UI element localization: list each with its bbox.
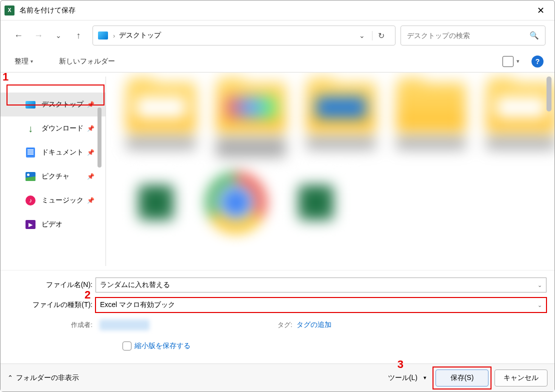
new-folder-label: 新しいフォルダー (59, 57, 115, 66)
picture-icon (26, 172, 36, 181)
pin-icon[interactable]: 📌 (87, 125, 94, 132)
filetype-row: ファイルの種類(T): Excel マクロ有効ブック ⌄ (8, 298, 546, 312)
tools-button[interactable]: ツール(L) ▾ (385, 372, 430, 384)
pin-icon[interactable]: 📌 (87, 101, 94, 108)
pin-icon[interactable]: 📌 (87, 197, 94, 204)
metadata-row: 作成者: タグ: タグの追加 (8, 318, 546, 330)
author-value-redacted (100, 320, 150, 330)
blurred-content (106, 72, 554, 270)
save-button-label: 保存(S) (450, 374, 474, 382)
sidebar-item-label: デスクトップ (42, 100, 87, 109)
filename-label: ファイル名(N): (8, 280, 96, 290)
author-label: 作成者: (71, 321, 92, 328)
save-thumbnail-label[interactable]: 縮小版を保存する (134, 342, 190, 350)
nav-up-button[interactable]: ↑ (70, 26, 88, 44)
search-box[interactable]: 🔍 (400, 26, 546, 46)
hide-folders-label: フォルダーの非表示 (16, 374, 79, 382)
address-dropdown-icon[interactable]: ⌄ (355, 32, 369, 40)
tools-label: ツール(L) (388, 374, 418, 382)
filename-field[interactable]: ランダムに入れ替える ⌄ (96, 278, 546, 292)
nav-back-button[interactable]: ← (10, 26, 28, 44)
chevron-down-icon[interactable]: ▾ (516, 58, 520, 64)
save-thumbnail-checkbox[interactable] (122, 342, 132, 350)
form-area: ファイル名(N): ランダムに入れ替える ⌄ 2 ファイルの種類(T): Exc… (0, 270, 554, 364)
organize-label: 整理 (14, 57, 28, 66)
download-icon: ↓ (28, 123, 33, 134)
music-icon: ♪ (26, 196, 36, 206)
nav-recent-button[interactable]: ⌄ (50, 26, 68, 44)
sidebar-item-videos[interactable]: ▶ ビデオ (0, 212, 106, 236)
save-as-dialog: X 名前を付けて保存 ✕ ← → ⌄ ↑ › デスクトップ ⌄ ↻ 🔍 整理 ▾… (0, 0, 555, 392)
desktop-icon (98, 32, 108, 40)
sidebar-item-downloads[interactable]: ↓ ダウンロード 📌 (0, 116, 106, 140)
nav-bar: ← → ⌄ ↑ › デスクトップ ⌄ ↻ 🔍 (0, 20, 554, 50)
refresh-button[interactable]: ↻ (372, 31, 390, 40)
sidebar-item-label: ピクチャ (42, 172, 87, 181)
toolbar: 整理 ▾ 新しいフォルダー ▾ ? (0, 50, 554, 72)
address-separator: › (113, 32, 115, 40)
search-icon[interactable]: 🔍 (530, 31, 539, 40)
dialog-title: 名前を付けて保存 (20, 6, 530, 15)
filename-value[interactable]: ランダムに入れ替える (100, 280, 170, 290)
save-button[interactable]: 保存(S) (436, 370, 488, 386)
view-mode-button[interactable] (502, 56, 514, 67)
filename-row: ファイル名(N): ランダムに入れ替える ⌄ (8, 278, 546, 292)
pin-icon[interactable]: 📌 (87, 149, 94, 156)
sidebar-item-label: ドキュメント (42, 148, 87, 157)
close-button[interactable]: ✕ (530, 2, 550, 20)
chevron-up-icon: ⌃ (8, 374, 13, 382)
nav-forward-button[interactable]: → (30, 26, 48, 44)
sidebar-item-label: ビデオ (42, 220, 94, 229)
body-area: 1 デスクトップ 📌 ↓ ダウンロード 📌 ドキュメント 📌 ピクチャ 📌 (0, 72, 554, 270)
sidebar-item-pictures[interactable]: ピクチャ 📌 (0, 164, 106, 188)
organize-button[interactable]: 整理 ▾ (12, 55, 36, 68)
chevron-down-icon[interactable]: ⌄ (538, 282, 542, 288)
chevron-down-icon: ▾ (424, 374, 426, 381)
file-list-pane[interactable] (106, 72, 554, 270)
chevron-down-icon: ▾ (30, 58, 33, 64)
help-button[interactable]: ? (532, 56, 544, 68)
address-bar[interactable]: › デスクトップ ⌄ ↻ (92, 26, 396, 46)
sidebar-item-label: ミュージック (42, 196, 87, 205)
new-folder-button[interactable]: 新しいフォルダー (56, 55, 118, 68)
sidebar-item-music[interactable]: ♪ ミュージック 📌 (0, 188, 106, 212)
sidebar: 1 デスクトップ 📌 ↓ ダウンロード 📌 ドキュメント 📌 ピクチャ 📌 (0, 72, 106, 270)
filetype-label: ファイルの種類(T): (8, 300, 96, 310)
excel-app-icon: X (4, 6, 14, 16)
sidebar-item-documents[interactable]: ドキュメント 📌 (0, 140, 106, 164)
content-scrollbar[interactable] (546, 76, 552, 112)
cancel-button[interactable]: キャンセル (494, 370, 548, 386)
filetype-value[interactable]: Excel マクロ有効ブック (100, 300, 175, 310)
titlebar: X 名前を付けて保存 ✕ (0, 0, 554, 20)
pin-icon[interactable]: 📌 (87, 173, 94, 180)
tags-label: タグ: (278, 320, 292, 330)
annotation-number-1: 1 (2, 72, 8, 84)
hide-folders-button[interactable]: ⌃ フォルダーの非表示 (8, 374, 79, 382)
sidebar-item-desktop[interactable]: デスクトップ 📌 (0, 92, 106, 116)
video-icon: ▶ (26, 220, 36, 229)
footer: ⌃ フォルダーの非表示 ツール(L) ▾ 3 保存(S) キャンセル (0, 364, 554, 392)
thumbnail-row: 縮小版を保存する (8, 336, 546, 358)
cancel-button-label: キャンセル (504, 374, 538, 382)
search-input[interactable] (407, 32, 530, 40)
desktop-icon (26, 101, 36, 108)
document-icon (26, 148, 35, 158)
add-tag-link[interactable]: タグの追加 (296, 320, 332, 330)
sidebar-scrollbar[interactable] (98, 108, 102, 168)
filetype-field[interactable]: Excel マクロ有効ブック ⌄ (96, 298, 546, 312)
chevron-down-icon[interactable]: ⌄ (538, 302, 542, 308)
sidebar-item-label: ダウンロード (42, 124, 87, 133)
address-location[interactable]: デスクトップ (119, 31, 355, 40)
